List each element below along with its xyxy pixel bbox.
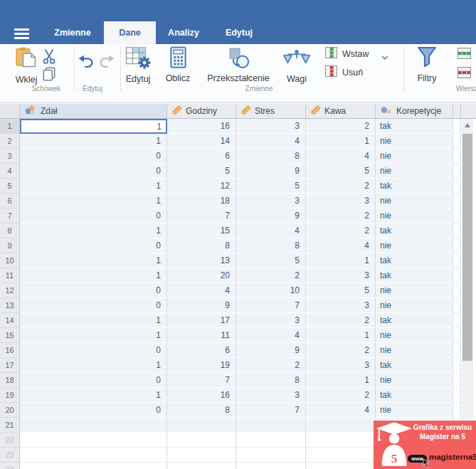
row-number[interactable]: 21 <box>0 418 20 433</box>
cell[interactable]: 1 <box>20 119 167 134</box>
row-number[interactable]: 12 <box>0 283 20 298</box>
cell[interactable]: tak <box>376 358 453 373</box>
cell[interactable]: 10 <box>236 283 306 298</box>
cell[interactable]: tak <box>376 313 453 328</box>
row-number[interactable]: 5 <box>0 179 20 194</box>
cell[interactable]: 17 <box>167 313 236 328</box>
cell[interactable]: 6 <box>167 149 236 164</box>
cell[interactable]: 1 <box>20 313 167 328</box>
cell[interactable]: 2 <box>306 223 376 238</box>
scroll-up-button[interactable] <box>462 119 473 132</box>
cell[interactable]: 1 <box>20 328 167 343</box>
cell[interactable]: nie <box>376 194 453 209</box>
cut-button[interactable] <box>40 48 58 68</box>
scrollbar-thumb[interactable] <box>462 134 472 361</box>
transform-button[interactable]: Przekształcenie <box>204 48 273 83</box>
row-number[interactable]: 9 <box>0 238 20 253</box>
cell[interactable] <box>167 463 236 469</box>
cell[interactable]: 3 <box>306 298 376 313</box>
cell[interactable]: 5 <box>306 283 376 298</box>
row-number[interactable]: 7 <box>0 209 20 223</box>
cell[interactable]: 1 <box>306 328 376 343</box>
cell[interactable] <box>20 418 167 433</box>
row-number[interactable]: 10 <box>0 253 20 268</box>
paste-button[interactable]: Wklej <box>10 46 43 85</box>
cell[interactable]: 1 <box>20 268 167 283</box>
cell[interactable] <box>236 463 306 469</box>
cell[interactable]: 2 <box>306 313 376 328</box>
cell[interactable]: 8 <box>167 403 236 418</box>
cell[interactable]: 7 <box>236 403 306 418</box>
cell[interactable]: 0 <box>20 373 167 388</box>
cell[interactable]: 11 <box>167 328 236 343</box>
weights-button[interactable]: Wagi <box>282 50 312 84</box>
row-number[interactable]: 1 <box>0 119 20 134</box>
row-number[interactable]: 18 <box>0 373 20 388</box>
cell[interactable]: 4 <box>236 134 306 149</box>
cell[interactable]: 2 <box>306 209 376 223</box>
cell[interactable]: 0 <box>20 209 167 223</box>
copy-button[interactable] <box>41 66 57 85</box>
row-number[interactable]: 24 <box>0 463 20 469</box>
cell[interactable]: 2 <box>306 343 376 358</box>
cell[interactable]: 0 <box>20 343 167 358</box>
row-number[interactable]: 23 <box>0 448 20 463</box>
cell[interactable]: 0 <box>20 164 167 179</box>
cell[interactable] <box>167 448 236 463</box>
row-number[interactable]: 17 <box>0 358 20 373</box>
tab-edytuj[interactable]: Edytuj <box>214 21 264 44</box>
cell[interactable]: 3 <box>236 388 306 403</box>
row-number[interactable]: 19 <box>0 388 20 403</box>
cell[interactable]: 0 <box>20 283 167 298</box>
cell[interactable]: tak <box>376 388 453 403</box>
cell[interactable]: 8 <box>236 149 306 164</box>
insert-row-button[interactable] <box>458 48 471 62</box>
cell[interactable]: 6 <box>167 343 236 358</box>
compute-button[interactable]: Oblicz <box>161 46 195 83</box>
row-number[interactable]: 16 <box>0 343 20 358</box>
cell[interactable]: 15 <box>167 223 236 238</box>
cell[interactable]: 4 <box>306 149 376 164</box>
row-number[interactable]: 6 <box>0 194 20 209</box>
cell[interactable]: 7 <box>167 373 236 388</box>
cell[interactable]: 5 <box>167 164 236 179</box>
column-header-godziny[interactable]: Godziny <box>167 104 236 118</box>
row-number[interactable]: 4 <box>0 164 20 179</box>
tab-zmienne[interactable]: Zmienne <box>46 21 100 44</box>
row-number[interactable]: 13 <box>0 298 20 313</box>
cell[interactable] <box>306 418 376 433</box>
cell[interactable]: 9 <box>236 164 306 179</box>
tab-dane[interactable]: Dane <box>104 21 156 44</box>
cell[interactable]: 4 <box>306 238 376 253</box>
cell[interactable]: 2 <box>306 179 376 194</box>
insert-dropdown-chevron[interactable] <box>381 50 388 63</box>
cell[interactable]: 5 <box>236 253 306 268</box>
cell[interactable]: 1 <box>20 223 167 238</box>
cell[interactable]: nie <box>376 283 453 298</box>
cell[interactable]: nie <box>376 298 453 313</box>
cell[interactable]: nie <box>376 343 453 358</box>
delete-row-button[interactable] <box>458 67 471 81</box>
cell[interactable]: 19 <box>167 358 236 373</box>
row-number[interactable]: 8 <box>0 223 20 238</box>
cell[interactable]: 12 <box>167 179 236 194</box>
column-header-zdal[interactable]: Zdał <box>20 104 167 118</box>
delete-variable-button[interactable]: Usuń <box>325 65 363 80</box>
cell[interactable]: 0 <box>20 403 167 418</box>
cell[interactable] <box>167 433 236 448</box>
row-number[interactable]: 15 <box>0 328 20 343</box>
cell[interactable]: 3 <box>236 194 306 209</box>
menu-icon[interactable] <box>14 28 29 39</box>
cell[interactable]: 16 <box>167 119 236 134</box>
cell[interactable] <box>167 418 236 433</box>
cell[interactable]: 3 <box>236 313 306 328</box>
cell[interactable] <box>236 433 306 448</box>
vertical-scrollbar[interactable] <box>462 119 473 469</box>
cell[interactable]: 14 <box>167 134 236 149</box>
cell[interactable]: nie <box>376 238 453 253</box>
cell[interactable]: 3 <box>306 194 376 209</box>
cell[interactable]: 1 <box>306 253 376 268</box>
cell[interactable]: nie <box>376 209 453 223</box>
cell[interactable]: 1 <box>306 373 376 388</box>
cell[interactable]: 2 <box>236 358 306 373</box>
